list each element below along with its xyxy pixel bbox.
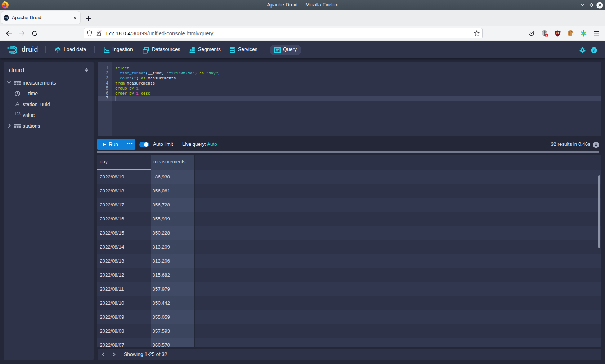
svg-text:UO: UO: [556, 32, 559, 34]
svg-text:?: ?: [593, 47, 595, 53]
